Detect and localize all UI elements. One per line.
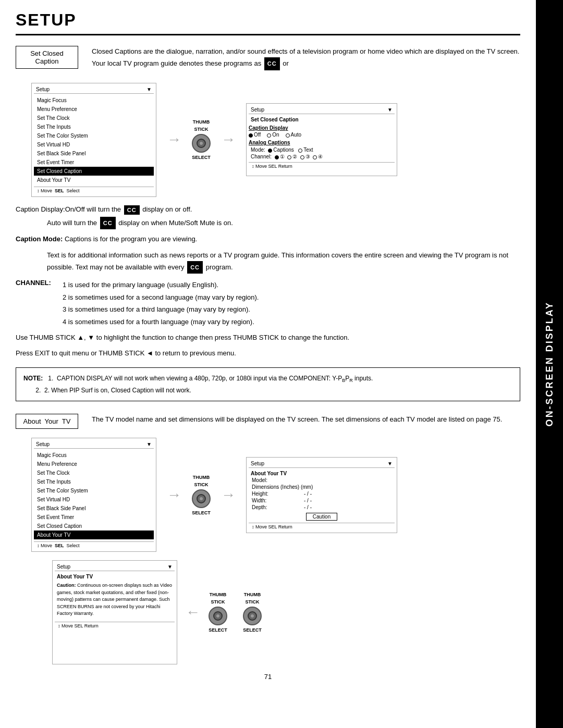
screen-caption-settings: Setup ▼ Set Closed Caption Caption Displ… (246, 103, 397, 176)
cc-badge-intro: CC (264, 57, 280, 70)
caption-bottom-bar: ↕ Move SEL Return (249, 162, 395, 170)
thumb-select-1: SELECT (192, 155, 211, 160)
about-subtitle: About Your TV (249, 470, 395, 477)
channel-item-4: 4 is sometimes used for a fourth languag… (63, 316, 259, 328)
caution-button-container: Caution (249, 514, 395, 520)
radio-off-selected: Off (249, 132, 261, 138)
menu-event-timer: Set Event Timer (34, 158, 154, 167)
about-bottom-bar: ↕ Move SEL Select (34, 541, 154, 549)
menu-black-side: Set Black Side Panel (34, 149, 154, 158)
thumb-circle-2 (192, 489, 211, 508)
arrow-right-1: → (167, 131, 181, 148)
channel-item-1: 1 is used for the primary language (usua… (63, 279, 259, 291)
nav-text-1: Use THUMB STICK ▲, ▼ to highlight the fu… (16, 332, 520, 343)
page-number: 71 (16, 673, 520, 681)
svg-point-7 (251, 614, 254, 618)
about-menu-about-selected: About Your TV (34, 530, 154, 539)
caption-subtitle: Set Closed Caption (249, 116, 395, 123)
about-description: The TV model name and set dimensions wil… (92, 414, 520, 425)
caption-mode-text: Caption Mode: Captions is for the progra… (16, 233, 520, 245)
caution-button: Caution (306, 513, 337, 521)
note-item-1: CAPTION DISPLAY will not work when viewi… (57, 375, 373, 382)
thumb-circle-1 (192, 134, 211, 153)
note-item-2: 2. When PIP Surf is on, Closed Caption w… (44, 387, 191, 394)
radio-on: On (267, 132, 279, 138)
cc-badge-text: CC (187, 261, 203, 274)
auto-text: Auto will turn the CC display on when Mu… (47, 217, 520, 230)
caution-screen-title: About Your TV (55, 573, 175, 580)
thumb-stick-1: THUMB STICK SELECT (192, 119, 211, 160)
about-menu-event: Set Event Timer (34, 513, 154, 522)
channel-section: CHANNEL: 1 is used for the primary langu… (16, 279, 520, 328)
cc-badge-auto: CC (100, 217, 116, 230)
svg-point-1 (200, 142, 203, 145)
about-menu-pref: Menu Preference (34, 460, 154, 468)
menu-menu-pref: Menu Preference (34, 105, 154, 114)
thumb-label-2: STICK (194, 127, 209, 132)
section-label-about: About Your TV (16, 414, 78, 429)
screen-bottom-bar: ↕ Move SEL Select (34, 187, 154, 194)
thumb-circle-4 (243, 607, 262, 625)
arrow-right-2: → (221, 131, 236, 148)
caption-display-title: Caption Display (249, 125, 395, 131)
menu-magic-focus: Magic Focus (34, 96, 154, 105)
caution-body: Caution: Continuous on-screen displays s… (55, 580, 175, 620)
arrow-right-3: → (167, 487, 181, 503)
analog-captions-title: Analog Captions (249, 140, 395, 145)
nav-text-2: Press EXIT to quit menu or THUMB STICK ◄… (16, 348, 520, 359)
menu-virtual-hd: Set Virtual HD (34, 140, 154, 149)
about-menu-black: Set Black Side Panel (34, 504, 154, 513)
menu-color-system: Set The Color System (34, 131, 154, 140)
menu-closed-caption-selected: Set Closed Caption (34, 167, 154, 176)
thumb-stick-2: THUMB STICK SELECT (192, 475, 211, 515)
mode-row: Mode: Captions Text (249, 146, 395, 153)
width-row: Width: - / - (249, 497, 395, 504)
bottom-diagrams: Setup ▼ About Your TV Caution: Continuou… (36, 560, 520, 664)
about-menu-inputs: Set The Inputs (34, 477, 154, 486)
thumb-circle-3 (209, 607, 227, 625)
caption-display-text: Caption Display:On/Off will turn the CC … (16, 205, 520, 215)
menu-set-inputs: Set The Inputs (34, 122, 154, 131)
cc-badge-display: CC (124, 205, 140, 215)
caution-screen-bottom: ↕ Move SEL Return (55, 622, 175, 630)
section-label-closed-caption: Set Closed Caption (16, 46, 78, 69)
svg-point-5 (216, 614, 219, 618)
thumb-stick-row: THUMB STICK SELECT THUMB STICK (209, 592, 262, 633)
thumb-stick-3: THUMB STICK SELECT (209, 592, 227, 633)
channel-list: 1 is used for the primary language (usua… (63, 279, 259, 328)
caution-screen-container: Setup ▼ About Your TV Caution: Continuou… (52, 560, 177, 664)
sidebar-label: ON-SCREEN DISPLAY (544, 301, 555, 426)
about-menu-caption: Set Closed Caption (34, 522, 154, 530)
svg-point-3 (200, 497, 203, 500)
depth-row: Depth: - / - (249, 504, 395, 511)
about-menu-color: Set The Color System (34, 486, 154, 495)
screen-caution: Setup ▼ About Your TV Caution: Continuou… (52, 560, 177, 664)
about-menu-hd: Set Virtual HD (34, 495, 154, 504)
menu-set-clock: Set The Clock (34, 114, 154, 122)
channel-row: Channel: ① ② ③ ④ (249, 153, 395, 160)
note-label: NOTE: (23, 375, 43, 382)
page-title: SETUP (16, 10, 520, 35)
about-menu-clock: Set The Clock (34, 468, 154, 477)
arrow-left-1: ← (186, 604, 200, 621)
screen-about-info: Setup ▼ About Your TV Model: Dimensions … (246, 457, 397, 533)
thumb-label-1: THUMB (193, 119, 210, 125)
arrow-right-4: → (221, 487, 236, 503)
sidebar: ON-SCREEN DISPLAY (536, 0, 563, 728)
radio-auto: Auto (286, 132, 302, 138)
text-info: Text is for additional information such … (47, 250, 520, 274)
note-box: NOTE: 1. CAPTION DISPLAY will not work w… (16, 367, 520, 401)
channel-item-3: 3 is sometimes used for a third language… (63, 303, 259, 315)
channel-item-2: 2 is sometimes used for a second languag… (63, 291, 259, 303)
channel-label: CHANNEL: (16, 279, 63, 328)
dimensions-row: Dimensions (Inches) (mm) (249, 484, 395, 490)
screen-about-menu: Setup ▼ Magic Focus Menu Preference Set … (31, 438, 156, 552)
height-row: Height: - / - (249, 490, 395, 497)
menu-about-tv: About Your TV (34, 176, 154, 184)
model-row: Model: (249, 477, 395, 484)
screen-setup-menu: Setup ▼ Magic Focus Menu Preference Set … (31, 83, 156, 197)
caption-radio-row: Off On Auto (249, 132, 395, 138)
thumb-stick-4: THUMB STICK SELECT (243, 592, 262, 633)
intro-text: Closed Captions are the dialogue, narrat… (92, 46, 520, 70)
thumb-stick-pair: THUMB STICK SELECT THUMB STICK (209, 592, 262, 633)
